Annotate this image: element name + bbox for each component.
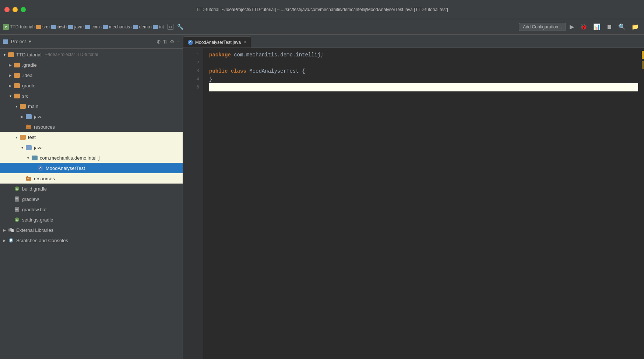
tree-item-scratches[interactable]: ▶ Scratches and Consoles [0, 235, 183, 245]
test-resources-label: resources [34, 176, 55, 181]
breadcrumb-label-project: TTD-tutorial [10, 24, 33, 29]
breadcrumb-com[interactable]: com [85, 24, 100, 29]
line-numbers: 1 2 3 4 5 [183, 48, 203, 359]
breadcrumb-int[interactable]: int [153, 24, 164, 29]
src-label: src [22, 93, 28, 99]
breadcrumb-sep-2: › [49, 25, 50, 29]
ttd-root-folder-icon [8, 52, 14, 57]
tree-item-main[interactable]: ▾ main [0, 101, 183, 111]
svg-rect-24 [10, 239, 12, 240]
settings-icon[interactable]: ⚙ [170, 39, 175, 45]
minimize-sidebar-icon[interactable]: − [177, 39, 180, 45]
editor-tab-mood-analyser[interactable]: C MoodAnalyserTest.java ✕ [183, 36, 251, 48]
tree-item-gradlew-bat[interactable]: gradlew.bat [0, 204, 183, 215]
tree-arrow-test-resources [19, 175, 25, 181]
tree-arrow-main: ▾ [13, 103, 19, 109]
tree-item-src[interactable]: ▾ src [0, 91, 183, 101]
demo-folder-icon [133, 25, 138, 29]
tree-arrow-com-pkg: ▾ [25, 155, 31, 161]
bookmark-icon[interactable]: 🔧 [176, 23, 184, 31]
tree-item-gradlew[interactable]: gradlew [0, 194, 183, 204]
sidebar-header-icons: ⊕ ⇅ ⚙ − [156, 39, 180, 45]
tree-arrow-src: ▾ [7, 93, 13, 99]
svg-rect-6 [27, 178, 30, 178]
keyword-package: package [209, 51, 231, 59]
debug-button[interactable]: 🐞 [578, 22, 590, 31]
svg-rect-15 [15, 208, 18, 208]
tree-item-test-resources[interactable]: resources [0, 173, 183, 184]
breadcrumb-label-demo: demo [139, 24, 150, 29]
main-java-folder-icon [26, 114, 32, 119]
run-button[interactable]: ▶ [567, 22, 576, 31]
svg-rect-16 [15, 209, 18, 209]
add-configuration-button[interactable]: Add Configuration... [519, 23, 566, 31]
gradle2-folder-icon [14, 83, 20, 88]
svg-rect-2 [27, 126, 30, 126]
java-folder-icon [68, 25, 73, 29]
tree-item-ext-libraries[interactable]: ▶ External Libraries [0, 225, 183, 235]
tree-item-build-gradle[interactable]: G build.gradle [0, 184, 183, 194]
tree-item-settings-gradle[interactable]: G settings.gradle [0, 215, 183, 225]
src-folder-icon [36, 25, 41, 29]
tree-item-idea[interactable]: ▶ .idea [0, 70, 183, 80]
maximize-button[interactable] [21, 7, 26, 12]
svg-rect-5 [27, 176, 28, 177]
settings-gradle-icon: G [14, 217, 20, 223]
gutter-marker-1 [642, 51, 644, 59]
editor-area: C MoodAnalyserTest.java ✕ 1 2 3 4 5 [183, 35, 644, 359]
ext-libraries-icon [8, 227, 14, 233]
tree-arrow-ttd-root: ▾ [1, 52, 7, 57]
com-pkg-label: com.mechanitis.demo.intellij [40, 155, 100, 161]
tree-item-ttd-root[interactable]: ▾ TTD-tutorial ~/IdeaProjects/TTD-tutori… [0, 49, 183, 60]
mood-analyser-label: MoodAnalyserTest [46, 165, 85, 171]
main-java-label: java [34, 114, 43, 119]
tree-item-mood-analyser[interactable]: C MoodAnalyserTest [0, 163, 183, 173]
breadcrumb-demo[interactable]: demo [133, 24, 150, 29]
coverage-button[interactable]: 📊 [591, 22, 603, 31]
svg-text:G: G [16, 219, 18, 221]
code-line-3: public class MoodAnalyserTest { [209, 67, 638, 75]
svg-rect-1 [27, 125, 28, 126]
search-button[interactable]: 🔍 [616, 22, 628, 31]
tree-arrow-gradle2: ▶ [7, 83, 13, 88]
breadcrumb-mechanitis[interactable]: mechanitis [103, 24, 130, 29]
breadcrumb-project[interactable]: P TTD-tutorial [3, 24, 33, 30]
breadcrumb-test[interactable]: test [51, 24, 65, 29]
breadcrumb: P TTD-tutorial › src › test › java › com… [3, 24, 164, 30]
code-line-2 [209, 59, 638, 67]
filter-icon[interactable]: ⇅ [163, 39, 168, 45]
tree-item-main-java[interactable]: ▶ java [0, 111, 183, 122]
tree-item-main-resources[interactable]: resources [0, 122, 183, 132]
breadcrumb-src[interactable]: src [36, 24, 48, 29]
project-icon: P [3, 24, 9, 30]
breadcrumb-sep-5: › [101, 25, 102, 29]
test-folder-icon [51, 25, 56, 29]
breadcrumb-java[interactable]: java [68, 24, 82, 29]
tree-item-gradle[interactable]: ▶ .gradle [0, 60, 183, 70]
tree-item-gradle2[interactable]: ▶ gradle [0, 80, 183, 91]
tree-item-test-java[interactable]: ▾ java [0, 142, 183, 153]
gradlew-icon [14, 196, 20, 202]
code-editor[interactable]: 1 2 3 4 5 package com.mechanitis.demo.in… [183, 48, 644, 359]
git-button[interactable]: 📁 [629, 22, 641, 31]
stop-button[interactable]: ⏹ [604, 23, 615, 31]
main-resources-icon [26, 125, 32, 129]
nav-file-icon[interactable]: ⊡ [168, 24, 173, 30]
tree-arrow-gradle: ▶ [7, 62, 13, 68]
sidebar-dropdown-icon[interactable]: ▾ [29, 39, 31, 44]
add-content-icon[interactable]: ⊕ [156, 39, 161, 45]
close-button[interactable] [4, 7, 10, 12]
test-folder-icon2 [20, 135, 26, 140]
keyword-public: public [209, 67, 228, 75]
settings-gradle-label: settings.gradle [22, 217, 53, 223]
tree-item-test[interactable]: ▾ test [0, 132, 183, 142]
svg-rect-26 [10, 241, 11, 242]
minimize-button[interactable] [13, 7, 18, 12]
code-content[interactable]: package com.mechanitis.demo.intellij; pu… [203, 48, 644, 359]
com-pkg-folder-icon [32, 156, 38, 160]
tab-close-icon[interactable]: ✕ [243, 40, 246, 45]
tree-arrow-test: ▾ [13, 134, 19, 140]
code-line-5[interactable] [209, 83, 638, 91]
ttd-root-label: TTD-tutorial [16, 52, 42, 57]
tree-item-com-pkg[interactable]: ▾ com.mechanitis.demo.intellij [0, 153, 183, 163]
